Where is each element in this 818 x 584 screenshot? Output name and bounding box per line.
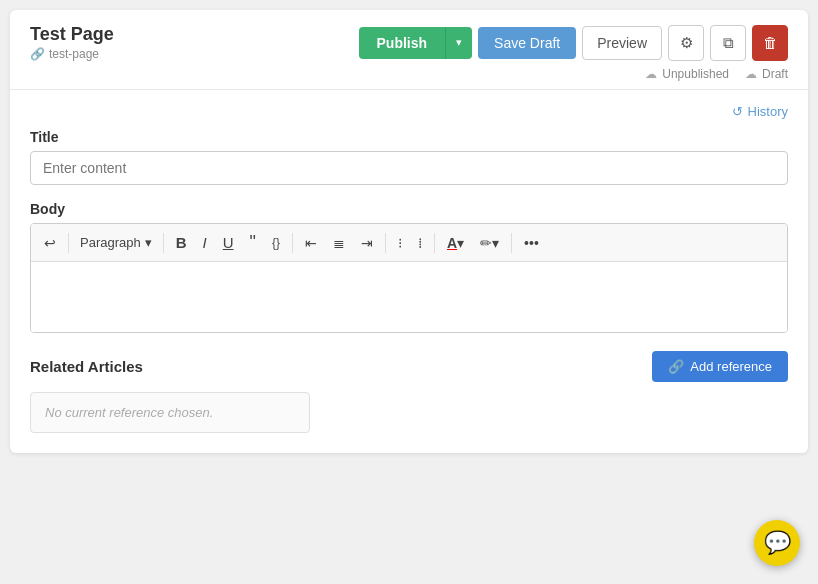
chat-icon: 💬 [764,530,791,556]
highlight-button[interactable]: ✏ ▾ [473,231,506,255]
divider-6 [511,233,512,253]
font-color-button[interactable]: A ▾ [440,231,471,255]
copy-icon: ⧉ [723,34,734,52]
unpublished-label: Unpublished [662,67,729,81]
code-button[interactable]: {} [265,232,287,254]
divider-2 [163,233,164,253]
publish-button[interactable]: Publish [359,27,446,59]
cloud-icon: ☁ [645,67,657,81]
add-reference-label: Add reference [690,359,772,374]
reference-empty: No current reference chosen. [30,392,310,433]
undo-button[interactable]: ↩ [37,231,63,255]
bullet-list-button[interactable]: ⁝ [391,231,409,255]
paragraph-chevron-icon: ▾ [145,235,152,250]
align-left-icon: ⇤ [305,235,317,251]
editor-toolbar: ↩ Paragraph ▾ B I U [31,224,787,262]
body-label: Body [30,201,788,217]
draft-label: Draft [762,67,788,81]
header-actions: Publish ▾ Save Draft Preview ⚙ ⧉ 🗑 [359,25,789,61]
highlight-chevron: ▾ [492,235,499,251]
align-right-icon: ⇥ [361,235,373,251]
related-articles-section: Related Articles 🔗 Add reference No curr… [30,351,788,433]
paragraph-label: Paragraph [80,235,141,250]
content-area: ↺ History Title Body ↩ Paragraph ▾ [10,90,808,453]
title-label: Title [30,129,788,145]
align-right-button[interactable]: ⇥ [354,231,380,255]
underline-button[interactable]: U [216,230,241,255]
draft-cloud-icon: ☁ [745,67,757,81]
publish-caret-button[interactable]: ▾ [445,27,472,59]
align-center-button[interactable]: ≣ [326,231,352,255]
slug-text: test-page [49,47,99,61]
settings-icon: ⚙ [680,34,693,52]
caret-down-icon: ▾ [456,36,462,48]
editor-container: ↩ Paragraph ▾ B I U [30,223,788,333]
link-icon: 🔗 [30,47,45,61]
related-articles-label: Related Articles [30,358,143,375]
divider-4 [385,233,386,253]
draft-status: ☁ Draft [745,67,788,81]
add-reference-button[interactable]: 🔗 Add reference [652,351,788,382]
highlight-icon: ✏ [480,235,492,251]
status-row: ☁ Unpublished ☁ Draft [30,67,788,81]
underline-icon: U [223,234,234,251]
empty-reference-text: No current reference chosen. [45,405,213,420]
undo-icon: ↩ [44,235,56,251]
blockquote-icon: " [250,232,256,253]
more-button[interactable]: ••• [517,231,546,255]
settings-button[interactable]: ⚙ [668,25,704,61]
blockquote-button[interactable]: " [243,228,263,257]
more-icon: ••• [524,235,539,251]
align-left-button[interactable]: ⇤ [298,231,324,255]
divider-5 [434,233,435,253]
body-section: Body ↩ Paragraph ▾ B I [30,201,788,333]
page-title: Test Page [30,24,114,45]
page-slug: 🔗 test-page [30,47,114,61]
preview-button[interactable]: Preview [582,26,662,60]
publish-group: Publish ▾ [359,27,473,59]
page-title-area: Test Page 🔗 test-page [30,24,114,61]
history-label: History [748,104,788,119]
bold-button[interactable]: B [169,230,194,255]
page-header: Test Page 🔗 test-page Publish ▾ Save Dra… [10,10,808,90]
save-draft-button[interactable]: Save Draft [478,27,576,59]
paragraph-select[interactable]: Paragraph ▾ [74,231,158,254]
history-button[interactable]: ↺ History [732,104,788,119]
ordered-list-button[interactable]: ⁞ [411,231,429,255]
editor-body[interactable] [31,262,787,332]
bullet-list-icon: ⁝ [398,235,402,251]
italic-button[interactable]: I [196,230,214,255]
copy-button[interactable]: ⧉ [710,25,746,61]
delete-button[interactable]: 🗑 [752,25,788,61]
history-icon: ↺ [732,104,743,119]
divider-3 [292,233,293,253]
ordered-list-icon: ⁞ [418,235,422,251]
title-input[interactable] [30,151,788,185]
italic-icon: I [203,234,207,251]
trash-icon: 🗑 [763,34,778,51]
divider-1 [68,233,69,253]
related-articles-header: Related Articles 🔗 Add reference [30,351,788,382]
align-center-icon: ≣ [333,235,345,251]
font-color-chevron: ▾ [457,235,464,251]
font-color-icon: A [447,235,457,251]
history-link-area: ↺ History [30,104,788,119]
unpublished-status: ☁ Unpublished [645,67,729,81]
add-reference-link-icon: 🔗 [668,359,684,374]
chat-button[interactable]: 💬 [754,520,800,566]
code-icon: {} [272,236,280,250]
bold-icon: B [176,234,187,251]
